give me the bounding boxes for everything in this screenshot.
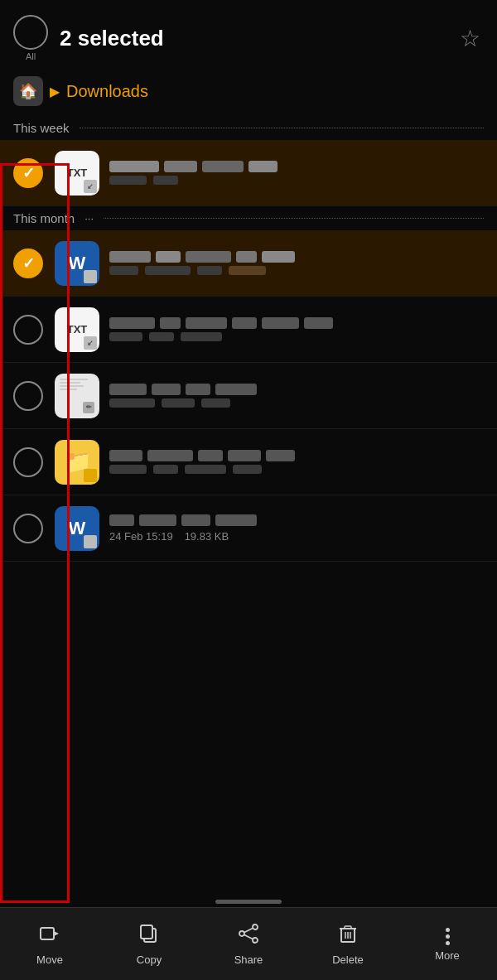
section-this-week: This week ✓ TXT ↙ bbox=[0, 116, 497, 206]
file-icon-zip: 📁 bbox=[55, 440, 99, 485]
file-meta-row: 24 Feb 15:19 19.83 KB bbox=[109, 530, 484, 543]
file-meta-block bbox=[153, 176, 178, 185]
share-button[interactable]: Share bbox=[199, 916, 298, 973]
section-this-month: This month ··· ✓ W bbox=[0, 206, 497, 562]
file-name-row bbox=[109, 161, 484, 172]
file-meta-row bbox=[109, 332, 484, 341]
scroll-hint bbox=[215, 900, 282, 904]
file-meta-row bbox=[109, 465, 484, 474]
file-meta-row bbox=[109, 398, 484, 408]
select-all-button[interactable] bbox=[13, 15, 48, 50]
file-name-block bbox=[186, 251, 231, 263]
section-label-this-month: This month ··· bbox=[0, 206, 497, 230]
move-button[interactable]: Move bbox=[0, 916, 99, 973]
file-checkbox-5[interactable] bbox=[13, 447, 43, 477]
file-name-row bbox=[109, 384, 484, 395]
file-meta-block bbox=[109, 398, 155, 408]
file-item[interactable]: 📁 bbox=[0, 429, 497, 495]
corner-fold bbox=[84, 535, 97, 548]
move-label: Move bbox=[36, 953, 63, 966]
file-name-block bbox=[109, 317, 155, 329]
file-info bbox=[109, 384, 484, 408]
file-checkbox-6[interactable] bbox=[13, 514, 43, 543]
delete-button[interactable]: Delete bbox=[298, 916, 398, 973]
corner-fold: ↙ bbox=[84, 180, 97, 193]
file-checkbox-2[interactable]: ✓ bbox=[13, 249, 43, 278]
file-name-block bbox=[228, 450, 261, 461]
section-label-this-week: This week bbox=[0, 116, 497, 140]
copy-icon bbox=[138, 923, 160, 949]
move-icon bbox=[39, 923, 60, 949]
file-meta-row bbox=[109, 176, 484, 185]
star-icon[interactable]: ☆ bbox=[460, 25, 480, 52]
file-name-block bbox=[266, 450, 295, 461]
file-name-block bbox=[215, 514, 257, 526]
home-icon: 🏠 bbox=[19, 82, 37, 100]
file-meta-block bbox=[109, 266, 138, 275]
file-meta-row bbox=[109, 266, 484, 275]
svg-rect-10 bbox=[345, 926, 351, 929]
file-info bbox=[109, 161, 484, 185]
checkmark-icon: ✓ bbox=[22, 164, 35, 182]
file-name-block bbox=[304, 317, 333, 329]
file-name-block bbox=[248, 161, 277, 172]
breadcrumb-arrow: ▶ bbox=[50, 84, 60, 99]
copy-label: Copy bbox=[137, 953, 162, 966]
file-name-row bbox=[109, 450, 484, 461]
file-name-block bbox=[236, 251, 257, 263]
svg-point-5 bbox=[253, 938, 258, 943]
more-icon bbox=[446, 926, 450, 945]
file-checkbox-1[interactable]: ✓ bbox=[13, 158, 43, 188]
file-date: 24 Feb 15:19 bbox=[109, 530, 173, 543]
file-meta-block bbox=[233, 465, 262, 474]
section-divider bbox=[80, 128, 484, 128]
file-name-block bbox=[156, 251, 181, 263]
file-meta-block bbox=[153, 465, 178, 474]
svg-rect-0 bbox=[41, 928, 54, 939]
file-name-block bbox=[186, 317, 227, 329]
file-meta-block bbox=[185, 465, 226, 474]
breadcrumb-folder-label[interactable]: Downloads bbox=[66, 82, 148, 101]
file-item[interactable]: ✏ bbox=[0, 363, 497, 429]
header-left: All 2 selected bbox=[13, 15, 164, 61]
file-info bbox=[109, 251, 484, 275]
bottom-toolbar: Move Copy Share bbox=[0, 907, 497, 980]
header: All 2 selected ☆ bbox=[0, 0, 497, 70]
corner-fold: ↙ bbox=[84, 336, 97, 350]
file-name-block bbox=[109, 450, 142, 461]
file-name-block bbox=[139, 514, 176, 526]
file-meta-block bbox=[201, 398, 230, 408]
selected-count-title: 2 selected bbox=[60, 26, 164, 51]
file-name-block bbox=[147, 450, 193, 461]
more-button[interactable]: More bbox=[398, 920, 497, 968]
file-name-row bbox=[109, 514, 484, 526]
file-item[interactable]: ✓ W bbox=[0, 230, 497, 297]
file-item[interactable]: TXT ↙ bbox=[0, 297, 497, 363]
section-divider bbox=[104, 218, 484, 219]
file-item[interactable]: W 24 Feb 15:19 19.83 KB bbox=[0, 495, 497, 562]
file-checkbox-3[interactable] bbox=[13, 315, 43, 345]
file-name-block bbox=[152, 384, 181, 395]
file-icon-word: W bbox=[55, 506, 99, 551]
file-meta-block bbox=[109, 465, 147, 474]
file-name-row bbox=[109, 317, 484, 329]
file-name-block bbox=[232, 317, 257, 329]
file-meta-block bbox=[229, 266, 266, 275]
file-name-block bbox=[164, 161, 197, 172]
file-name-block bbox=[160, 317, 181, 329]
file-icon-txt: TXT ↙ bbox=[55, 151, 99, 196]
copy-button[interactable]: Copy bbox=[99, 916, 199, 973]
home-button[interactable]: 🏠 bbox=[13, 76, 43, 106]
share-icon bbox=[238, 923, 259, 949]
file-meta-block bbox=[181, 332, 222, 341]
file-meta-block bbox=[149, 332, 174, 341]
file-checkbox-4[interactable] bbox=[13, 381, 43, 411]
file-name-block bbox=[202, 161, 244, 172]
file-name-row bbox=[109, 251, 484, 263]
delete-icon bbox=[337, 923, 359, 949]
more-label: More bbox=[435, 949, 460, 962]
svg-rect-2 bbox=[141, 925, 152, 939]
file-item[interactable]: ✓ TXT ↙ bbox=[0, 140, 497, 206]
breadcrumb: 🏠 ▶ Downloads bbox=[0, 70, 497, 116]
svg-line-7 bbox=[244, 934, 253, 939]
